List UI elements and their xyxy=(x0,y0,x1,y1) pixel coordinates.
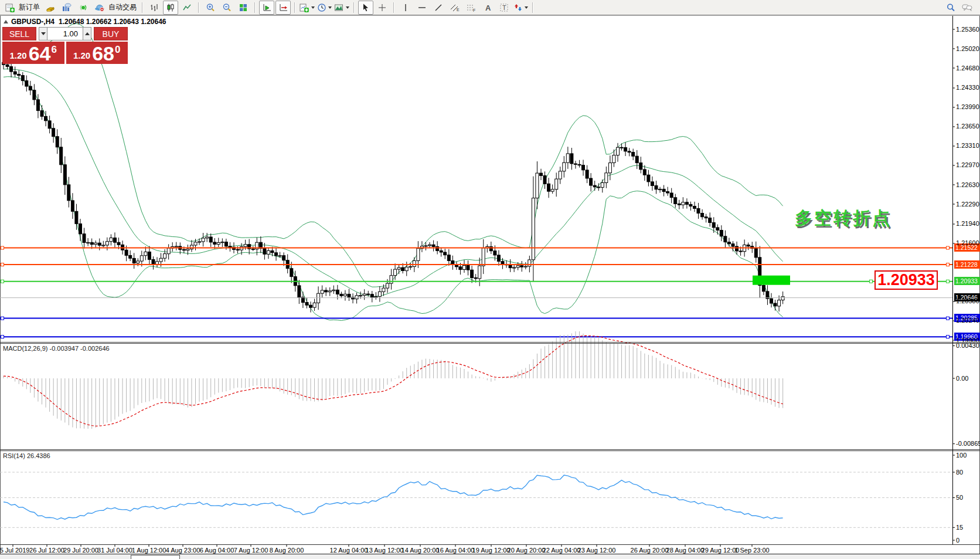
chevron-down-icon xyxy=(41,32,46,35)
chart-canvas[interactable] xyxy=(0,0,980,559)
crosshair-tool-button[interactable] xyxy=(375,1,390,15)
zoom-in-button[interactable] xyxy=(203,1,218,15)
vertical-line-tool-button[interactable] xyxy=(398,1,413,15)
bollinger-bands xyxy=(4,23,783,320)
chart-shift-button[interactable] xyxy=(275,1,291,15)
candles xyxy=(2,58,785,313)
tile-windows-button[interactable] xyxy=(236,1,251,15)
chart-text-annotation[interactable]: 多空转折点 xyxy=(795,206,891,231)
indicators-button[interactable] xyxy=(299,1,315,15)
scrollbar-thumb[interactable] xyxy=(131,555,180,559)
svg-text:F: F xyxy=(473,8,475,12)
toolbar-separator xyxy=(294,2,295,13)
toolbar-separator xyxy=(532,2,533,13)
new-order-button[interactable] xyxy=(2,1,18,15)
chevron-up-icon xyxy=(85,32,90,35)
zoom-out-button[interactable] xyxy=(219,1,234,15)
collapse-arrow-icon[interactable] xyxy=(4,20,8,23)
signals-icon[interactable] xyxy=(76,1,91,15)
sell-price-small: 1.20 xyxy=(10,50,27,60)
bar-chart-type-button[interactable] xyxy=(147,1,162,15)
text-label-tool-button[interactable]: T xyxy=(496,1,512,15)
buy-price-sup: 0 xyxy=(115,44,120,56)
horizontal-line-tool-button[interactable] xyxy=(414,1,430,15)
new-order-label[interactable]: 新订单 xyxy=(19,2,40,12)
trendline-tool-button[interactable] xyxy=(431,1,446,15)
buy-button[interactable]: BUY xyxy=(94,27,128,40)
volume-input[interactable] xyxy=(47,27,83,40)
sell-price-big: 64 xyxy=(29,44,51,63)
highlight-box[interactable] xyxy=(753,276,790,285)
chevron-down-icon xyxy=(525,6,528,9)
price-callout-box[interactable]: 1.20933 xyxy=(874,270,938,290)
chart-symbol-period: GBPUSD-,H4 xyxy=(11,18,55,26)
sell-price-display[interactable]: 1.20 64 6 xyxy=(2,42,64,64)
toolbar-separator xyxy=(198,2,199,13)
toolbar: 新订单 自动交易 xyxy=(0,0,980,15)
svg-text:A: A xyxy=(485,3,491,12)
search-icon[interactable] xyxy=(943,1,958,15)
buy-price-small: 1.20 xyxy=(73,50,90,60)
volume-increase-button[interactable] xyxy=(83,27,91,40)
auto-trading-icon[interactable] xyxy=(92,1,107,15)
fibonacci-tool-button[interactable]: F xyxy=(464,1,479,15)
arrows-tool-button[interactable] xyxy=(513,1,529,15)
equidistant-channel-tool-button[interactable]: E xyxy=(447,1,462,15)
volume-decrease-button[interactable] xyxy=(39,27,47,40)
cursor-tool-button[interactable] xyxy=(358,1,373,15)
buy-price-big: 68 xyxy=(92,44,114,63)
svg-text:E: E xyxy=(457,8,460,12)
sell-price-sup: 6 xyxy=(52,44,57,56)
indicator-panes xyxy=(0,331,952,528)
toolbar-separator xyxy=(254,2,256,13)
templates-button[interactable] xyxy=(334,1,350,15)
buy-price-display[interactable]: 1.20 68 0 xyxy=(66,42,128,64)
toolbar-separator xyxy=(393,2,394,13)
market-watch-icon[interactable] xyxy=(43,1,58,15)
periods-button[interactable] xyxy=(317,1,332,15)
auto-trading-label[interactable]: 自动交易 xyxy=(108,2,137,12)
text-tool-button[interactable]: A xyxy=(480,1,495,15)
horizontal-scrollbar[interactable] xyxy=(0,554,980,559)
chart-header: GBPUSD-,H4 1.20648 1.20662 1.20643 1.206… xyxy=(4,18,171,26)
line-chart-type-button[interactable] xyxy=(179,1,195,15)
candlestick-chart-type-button[interactable] xyxy=(163,1,178,15)
chat-icon[interactable] xyxy=(959,1,975,15)
chart-ohlc-values: 1.20648 1.20662 1.20643 1.20646 xyxy=(59,18,166,26)
toolbar-separator xyxy=(142,2,143,13)
sell-button[interactable]: SELL xyxy=(2,27,36,40)
svg-text:T: T xyxy=(502,4,506,11)
one-click-trading-panel: SELL BUY 1.20 64 6 1.20 68 0 xyxy=(2,27,128,64)
mt4-application: 新订单 自动交易 xyxy=(0,0,980,559)
auto-scroll-button[interactable] xyxy=(259,1,274,15)
toolbar-separator xyxy=(353,2,355,13)
chevron-down-icon xyxy=(346,6,349,9)
chevron-down-icon xyxy=(311,6,315,9)
publish-chart-icon[interactable] xyxy=(59,1,74,15)
chevron-down-icon xyxy=(328,6,332,9)
